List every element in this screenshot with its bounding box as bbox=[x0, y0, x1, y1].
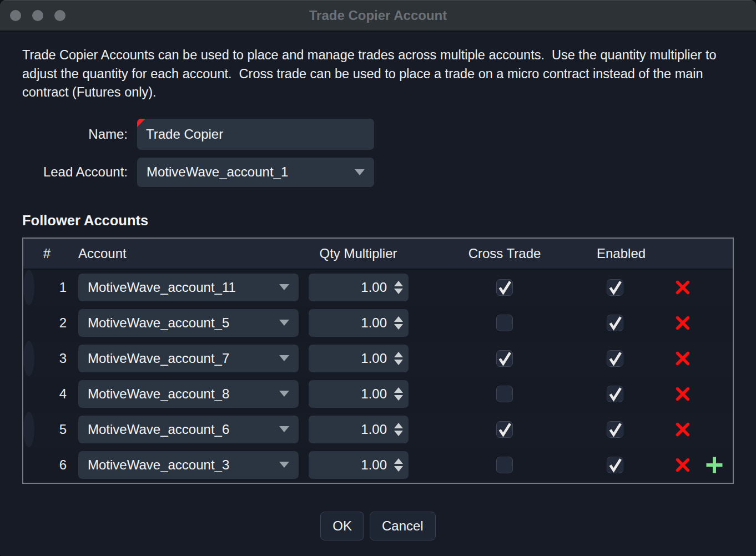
cancel-button[interactable]: Cancel bbox=[370, 512, 436, 540]
qty-multiplier-input[interactable]: 1.00 bbox=[309, 380, 409, 408]
spinner-down-icon[interactable] bbox=[394, 360, 403, 365]
checkmark-icon bbox=[608, 458, 622, 472]
spinner-down-icon[interactable] bbox=[394, 289, 403, 294]
follower-accounts-table: # Account Qty Multiplier Cross Trade Ena… bbox=[22, 237, 734, 484]
delete-row-button[interactable] bbox=[675, 386, 691, 402]
qty-multiplier-value: 1.00 bbox=[361, 422, 387, 437]
delete-x-icon bbox=[675, 422, 691, 437]
form-area: Name: Trade Copier Lead Account: MotiveW… bbox=[22, 119, 734, 187]
qty-spinner bbox=[394, 387, 403, 401]
spinner-up-icon[interactable] bbox=[394, 281, 403, 286]
name-input-value: Trade Copier bbox=[146, 127, 223, 142]
delete-x-icon bbox=[675, 351, 691, 366]
table-row: 3 MotiveWave_account_7 1.00 bbox=[23, 341, 34, 376]
account-dropdown-value: MotiveWave_account_6 bbox=[88, 422, 229, 437]
add-plus-icon bbox=[705, 456, 724, 474]
account-dropdown[interactable]: MotiveWave_account_3 bbox=[78, 451, 299, 479]
qty-spinner bbox=[394, 281, 403, 294]
add-row-button[interactable] bbox=[705, 456, 724, 474]
close-button[interactable] bbox=[10, 10, 21, 21]
qty-spinner bbox=[394, 352, 403, 365]
enabled-checkbox[interactable] bbox=[607, 421, 623, 438]
delete-row-button[interactable] bbox=[675, 315, 691, 331]
account-dropdown[interactable]: MotiveWave_account_6 bbox=[78, 416, 299, 443]
qty-multiplier-input[interactable]: 1.00 bbox=[309, 416, 409, 443]
cross-trade-checkbox[interactable] bbox=[496, 350, 513, 367]
account-dropdown[interactable]: MotiveWave_account_8 bbox=[78, 380, 299, 408]
chevron-down-icon bbox=[279, 462, 289, 468]
checkmark-icon bbox=[608, 422, 622, 437]
checkmark-icon bbox=[497, 280, 512, 295]
zoom-button[interactable] bbox=[54, 10, 65, 21]
table-row: 5 MotiveWave_account_6 1.00 bbox=[23, 412, 34, 447]
enabled-checkbox[interactable] bbox=[607, 315, 623, 331]
delete-row-button[interactable] bbox=[675, 422, 691, 437]
chevron-down-icon bbox=[279, 320, 289, 326]
qty-spinner bbox=[394, 423, 403, 436]
dialog-buttons: OK Cancel bbox=[22, 512, 734, 540]
qty-multiplier-input[interactable]: 1.00 bbox=[309, 309, 409, 337]
enabled-checkbox[interactable] bbox=[607, 457, 623, 473]
row-number: 3 bbox=[23, 351, 70, 366]
qty-spinner bbox=[394, 458, 403, 472]
delete-row-button[interactable] bbox=[675, 351, 691, 366]
chevron-down-icon bbox=[279, 426, 289, 432]
titlebar: Trade Copier Account bbox=[0, 0, 756, 32]
delete-row-button[interactable] bbox=[675, 280, 691, 295]
chevron-down-icon bbox=[279, 284, 289, 290]
qty-spinner bbox=[394, 316, 403, 330]
checkmark-icon bbox=[608, 351, 622, 366]
column-header-account: Account bbox=[70, 246, 304, 261]
account-dropdown-value: MotiveWave_account_8 bbox=[88, 386, 229, 402]
spinner-down-icon[interactable] bbox=[394, 466, 403, 472]
enabled-checkbox[interactable] bbox=[607, 386, 623, 402]
column-header-qty-multiplier: Qty Multiplier bbox=[304, 246, 412, 261]
cross-trade-checkbox[interactable] bbox=[496, 421, 513, 438]
delete-row-button[interactable] bbox=[675, 457, 691, 473]
table-row: 2 MotiveWave_account_5 1.00 bbox=[23, 305, 733, 341]
cross-trade-checkbox[interactable] bbox=[496, 279, 513, 296]
checkmark-icon bbox=[608, 316, 622, 330]
table-row: 6 MotiveWave_account_3 1.00 bbox=[23, 447, 733, 483]
qty-multiplier-value: 1.00 bbox=[361, 280, 387, 295]
description-text: Trade Copier Accounts can be used to pla… bbox=[22, 46, 734, 102]
row-number: 2 bbox=[23, 315, 70, 331]
minimize-button[interactable] bbox=[32, 10, 43, 21]
qty-multiplier-input[interactable]: 1.00 bbox=[309, 274, 409, 301]
required-marker-icon bbox=[137, 119, 145, 127]
row-number: 4 bbox=[23, 386, 70, 402]
account-dropdown[interactable]: MotiveWave_account_5 bbox=[78, 309, 299, 337]
enabled-checkbox[interactable] bbox=[607, 350, 623, 367]
spinner-up-icon[interactable] bbox=[394, 458, 403, 464]
checkmark-icon bbox=[497, 422, 512, 437]
account-dropdown-value: MotiveWave_account_5 bbox=[88, 315, 229, 331]
chevron-down-icon bbox=[279, 391, 289, 397]
table-row: 4 MotiveWave_account_8 1.00 bbox=[23, 376, 733, 412]
spinner-down-icon[interactable] bbox=[394, 395, 403, 401]
qty-multiplier-value: 1.00 bbox=[361, 457, 387, 473]
spinner-up-icon[interactable] bbox=[394, 387, 403, 393]
spinner-up-icon[interactable] bbox=[394, 352, 403, 357]
qty-multiplier-input[interactable]: 1.00 bbox=[309, 451, 409, 479]
name-input[interactable]: Trade Copier bbox=[137, 119, 374, 150]
window-title: Trade Copier Account bbox=[0, 8, 756, 23]
spinner-down-icon[interactable] bbox=[394, 431, 403, 436]
ok-button[interactable]: OK bbox=[320, 512, 364, 540]
dialog-body: Trade Copier Accounts can be used to pla… bbox=[0, 46, 756, 552]
spinner-up-icon[interactable] bbox=[394, 423, 403, 428]
delete-x-icon bbox=[675, 386, 691, 402]
spinner-up-icon[interactable] bbox=[394, 316, 403, 322]
cross-trade-checkbox[interactable] bbox=[496, 386, 513, 402]
lead-account-dropdown[interactable]: MotiveWave_account_1 bbox=[137, 158, 374, 187]
checkmark-icon bbox=[608, 387, 622, 401]
account-dropdown[interactable]: MotiveWave_account_7 bbox=[78, 345, 299, 372]
qty-multiplier-input[interactable]: 1.00 bbox=[309, 345, 409, 372]
table-body: 1 MotiveWave_account_11 1.00 bbox=[23, 270, 733, 483]
qty-multiplier-value: 1.00 bbox=[361, 351, 387, 366]
account-dropdown[interactable]: MotiveWave_account_11 bbox=[78, 274, 299, 301]
enabled-checkbox[interactable] bbox=[607, 279, 623, 296]
spinner-down-icon[interactable] bbox=[394, 324, 403, 330]
row-number: 1 bbox=[23, 280, 70, 295]
cross-trade-checkbox[interactable] bbox=[496, 315, 513, 331]
cross-trade-checkbox[interactable] bbox=[496, 457, 513, 473]
